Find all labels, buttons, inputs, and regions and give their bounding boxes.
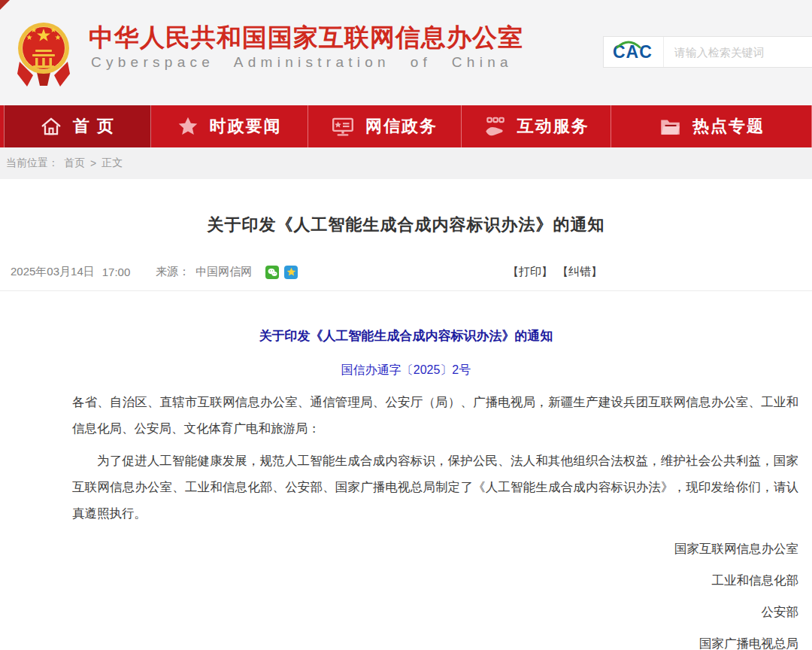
main-nav: 首 页 时政要闻 网信政务: [0, 105, 812, 147]
qzone-share-icon[interactable]: [284, 266, 298, 279]
folder-icon: [658, 115, 682, 138]
signature-agency: 公安部: [72, 596, 798, 627]
search-box: CAC: [603, 36, 812, 68]
national-emblem-icon: [17, 15, 71, 92]
corner-fold-decoration: [0, 0, 10, 10]
nav-label: 首 页: [73, 115, 115, 138]
article-meta: 2025年03月14日 17:00 来源： 中国网信网: [11, 265, 298, 279]
signature-agency: 工业和信息化部: [72, 564, 798, 596]
source-name: 中国网信网: [195, 265, 252, 279]
cac-logo-arc: [615, 39, 642, 49]
breadcrumb-home-link[interactable]: 首页: [64, 156, 85, 170]
article-body: 各省、自治区、直辖市互联网信息办公室、通信管理局、公安厅（局）、广播电视局，新疆…: [0, 378, 812, 650]
source-label: 来源：: [156, 265, 189, 279]
article-meta-row: 2025年03月14日 17:00 来源： 中国网信网: [0, 262, 812, 284]
nav-item-hot-topics[interactable]: 热点专题: [611, 105, 812, 147]
breadcrumb-separator: >: [90, 157, 96, 169]
page-title: 关于印发《人工智能生成合成内容标识办法》的通知: [0, 179, 812, 236]
nav-item-home[interactable]: 首 页: [4, 105, 151, 147]
signature-agency: 国家互联网信息办公室: [72, 533, 798, 564]
article-time: 17:00: [102, 266, 131, 278]
star-icon: [177, 115, 199, 138]
site-title: 中华人民共和国国家互联网信息办公室: [89, 21, 523, 55]
document-title: 关于印发《人工智能生成合成内容标识办法》的通知: [0, 327, 812, 345]
share-icons: [265, 266, 298, 279]
nav-label: 网信政务: [365, 115, 438, 138]
paragraph-addressees: 各省、自治区、直辖市互联网信息办公室、通信管理局、公安厅（局）、广播电视局，新疆…: [72, 389, 798, 442]
signature-block: 国家互联网信息办公室 工业和信息化部 公安部 国家广播电视总局 2025年3月7…: [72, 533, 798, 650]
correction-button[interactable]: 【纠错】: [557, 265, 602, 279]
nav-item-news[interactable]: 时政要闻: [151, 105, 308, 147]
paragraph-main: 为了促进人工智能健康发展，规范人工智能生成合成内容标识，保护公民、法人和其他组织…: [72, 448, 798, 527]
article-date: 2025年03月14日: [11, 265, 95, 279]
cac-logo: CAC: [604, 37, 664, 67]
signature-agency: 国家广播电视总局: [72, 627, 798, 650]
breadcrumb: 当前位置： 首页 > 正文: [0, 147, 812, 179]
nav-label: 时政要闻: [210, 115, 282, 138]
hand-service-icon: [483, 115, 507, 138]
breadcrumb-label: 当前位置：: [6, 156, 59, 170]
nav-label: 互动服务: [517, 115, 589, 138]
search-input[interactable]: [664, 38, 812, 66]
monitor-icon: [331, 115, 355, 138]
page: 中华人民共和国国家互联网信息办公室 Cyberspace Administrat…: [0, 0, 812, 650]
document-number: 国信办通字〔2025〕2号: [0, 363, 812, 378]
home-icon: [40, 115, 62, 138]
article-content: 关于印发《人工智能生成合成内容标识办法》的通知 2025年03月14日 17:0…: [0, 179, 812, 650]
breadcrumb-current: 正文: [102, 156, 123, 170]
site-header: 中华人民共和国国家互联网信息办公室 Cyberspace Administrat…: [0, 0, 812, 105]
meta-separator: [0, 290, 812, 291]
article-actions: 【打印】 【纠错】: [508, 265, 602, 279]
wechat-share-icon[interactable]: [265, 266, 279, 279]
site-subtitle-english: Cyberspace Administration of China: [91, 54, 513, 71]
print-button[interactable]: 【打印】: [508, 265, 553, 279]
nav-label: 热点专题: [692, 115, 765, 138]
nav-item-interactive-service[interactable]: 互动服务: [462, 105, 612, 147]
nav-item-egov[interactable]: 网信政务: [308, 105, 462, 147]
